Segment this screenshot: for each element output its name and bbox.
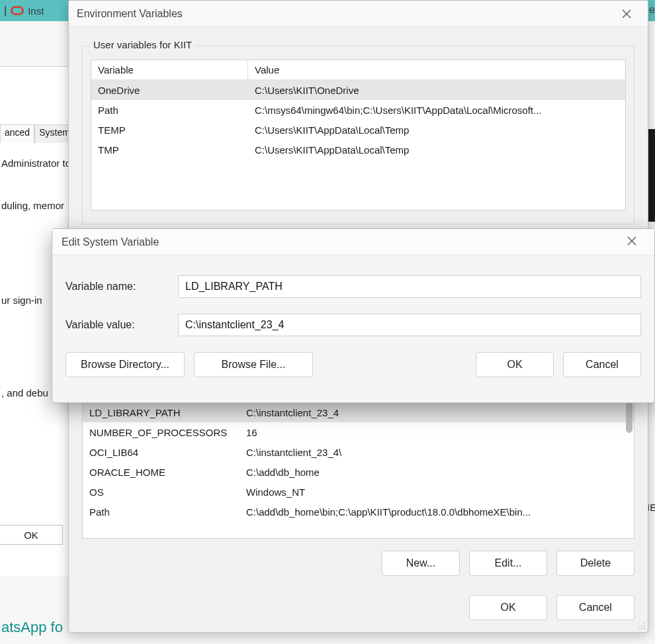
system-var-name: OCI_LIB64 (83, 444, 240, 461)
variable-value-label: Variable value: (66, 319, 178, 331)
variable-name-label: Variable name: (66, 281, 178, 293)
env-titlebar[interactable]: Environment Variables (69, 1, 648, 27)
close-icon (627, 236, 636, 248)
system-var-name: LD_LIBRARY_PATH (83, 404, 240, 421)
system-var-value: C:\instantclient_23_4 (240, 404, 634, 421)
tab-advanced-fragment[interactable]: anced (0, 124, 34, 143)
system-var-row[interactable]: OCI_LIB64C:\instantclient_23_4\ (83, 442, 634, 462)
system-delete-button[interactable]: Delete (556, 551, 634, 576)
system-var-value: C:\add\db_home (240, 464, 634, 481)
bg-right-dark-strip (648, 129, 655, 222)
scrollbar-thumb[interactable] (626, 402, 633, 433)
system-properties-ok-button[interactable]: OK (0, 525, 63, 545)
system-edit-button[interactable]: Edit... (469, 551, 547, 576)
system-variables-listview[interactable]: LD_LIBRARY_PATHC:\instantclient_23_4NUMB… (82, 398, 634, 539)
system-vars-button-row: New... Edit... Delete (82, 551, 634, 576)
system-var-name: ORACLE_HOME (83, 464, 240, 481)
svg-point-4 (638, 628, 640, 629)
env-close-button[interactable] (613, 1, 640, 27)
user-var-value: C:\Users\KIIT\OneDrive (248, 82, 625, 99)
system-var-value: C:\add\db_home\bin;C:\app\KIIT\product\1… (240, 504, 634, 520)
resize-grip-icon[interactable] (636, 621, 646, 630)
system-var-value: Windows_NT (240, 484, 634, 500)
user-variables-listview[interactable]: Variable Value OneDriveC:\Users\KIIT\One… (91, 60, 626, 210)
svg-point-1 (644, 623, 645, 624)
system-var-name: OS (83, 484, 240, 500)
browse-directory-button[interactable]: Browse Directory... (66, 352, 185, 377)
user-var-value: C:\msys64\mingw64\bin;C:\Users\KIIT\AppD… (248, 102, 625, 118)
system-new-button[interactable]: New... (382, 551, 460, 576)
bg-text-admin: Administrator to (0, 158, 69, 169)
env-ok-button[interactable]: OK (469, 595, 547, 620)
system-var-row[interactable]: LD_LIBRARY_PATHC:\instantclient_23_4 (83, 402, 634, 422)
system-var-row[interactable]: NUMBER_OF_PROCESSORS16 (83, 422, 634, 442)
background-app-title: Inst (28, 5, 44, 17)
edit-close-button[interactable] (619, 229, 645, 255)
edit-cancel-button[interactable]: Cancel (563, 352, 641, 377)
svg-point-6 (644, 628, 645, 629)
edit-dialog-title: Edit System Variable (62, 236, 619, 248)
user-var-value: C:\Users\KIIT\AppData\Local\Temp (248, 142, 625, 158)
variable-value-input[interactable] (178, 314, 641, 336)
edit-system-variable-dialog: Edit System Variable Variable name: Vari… (52, 228, 655, 403)
system-var-row[interactable]: OSWindows_NT (83, 482, 634, 502)
system-var-value: C:\instantclient_23_4\ (240, 444, 634, 461)
system-var-name: NUMBER_OF_PROCESSORS (83, 424, 240, 441)
bg-text-whatsapp: atsApp fo (0, 619, 63, 636)
user-var-row[interactable]: PathC:\msys64\mingw64\bin;C:\Users\KIIT\… (91, 100, 625, 120)
user-var-name: TEMP (91, 122, 248, 138)
user-var-row[interactable]: TMPC:\Users\KIIT\AppData\Local\Temp (91, 140, 625, 160)
user-var-value: C:\Users\KIIT\AppData\Local\Temp (248, 122, 625, 138)
listview-header: Variable Value (91, 60, 625, 80)
user-variables-group: User variables for KIIT Variable Value O… (82, 46, 634, 224)
bg-text-scheduling: duling, memor (0, 200, 69, 211)
svg-point-3 (644, 625, 645, 627)
user-variables-legend: User variables for KIIT (89, 39, 196, 50)
system-var-value: 16 (240, 424, 634, 441)
user-var-row[interactable]: OneDriveC:\Users\KIIT\OneDrive (91, 80, 625, 100)
column-header-value[interactable]: Value (248, 60, 625, 79)
user-var-row[interactable]: TEMPC:\Users\KIIT\AppData\Local\Temp (91, 120, 625, 140)
edit-titlebar[interactable]: Edit System Variable (52, 229, 654, 255)
svg-point-5 (641, 628, 642, 629)
user-var-name: Path (91, 102, 248, 118)
svg-rect-0 (12, 7, 23, 15)
env-footer-buttons: OK Cancel (82, 595, 634, 620)
svg-point-2 (641, 625, 642, 627)
user-var-name: TMP (91, 142, 248, 158)
env-dialog-title: Environment Variables (77, 8, 613, 20)
env-cancel-button[interactable]: Cancel (556, 595, 634, 620)
browse-file-button[interactable]: Browse File... (194, 352, 313, 377)
bg-right-text-e: e (649, 4, 655, 16)
column-header-variable[interactable]: Variable (91, 60, 248, 79)
system-var-row[interactable]: PathC:\add\db_home\bin;C:\app\KIIT\produ… (83, 502, 634, 522)
system-var-row[interactable]: ORACLE_HOMEC:\add\db_home (83, 462, 634, 482)
system-variables-area: LD_LIBRARY_PATHC:\instantclient_23_4NUMB… (82, 398, 634, 576)
close-icon (622, 9, 631, 19)
variable-name-input[interactable] (178, 275, 641, 298)
oracle-logo-icon (11, 4, 24, 17)
edit-ok-button[interactable]: OK (476, 352, 554, 377)
user-var-name: OneDrive (91, 82, 248, 99)
system-var-name: Path (83, 504, 240, 520)
